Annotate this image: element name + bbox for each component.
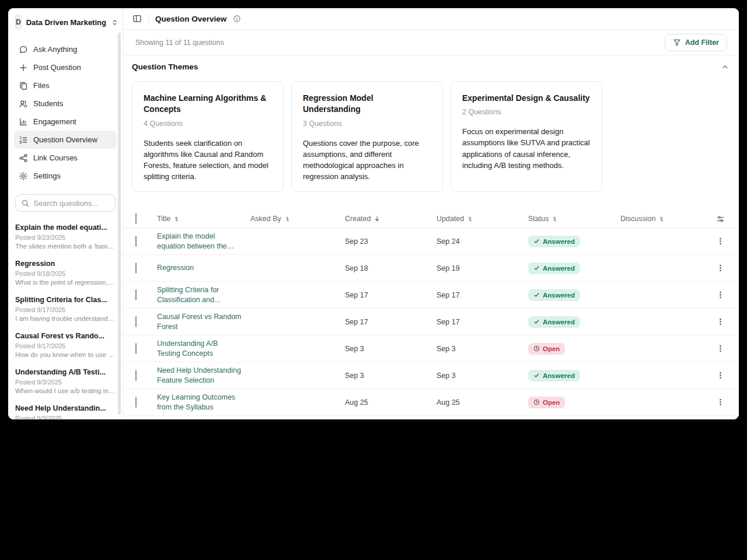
results-toolbar: Showing 11 of 11 questions Add Filter [123, 30, 739, 55]
nav-item-label: Settings [33, 172, 61, 180]
row-menu-button[interactable] [715, 264, 739, 273]
info-icon[interactable] [233, 15, 241, 23]
kebab-menu-icon [715, 237, 725, 246]
nav-item-label: Engagement [33, 117, 76, 126]
table-row: Splitting Criteria for Classification an… [123, 282, 739, 309]
nav-item-icon [19, 99, 28, 108]
row-checkbox[interactable] [135, 289, 137, 300]
row-title-link[interactable]: Understanding A/B Testing Concepts [157, 339, 250, 358]
question-title: Understanding A/B Testi... [15, 368, 106, 376]
column-header-updated[interactable]: Updated [437, 215, 528, 223]
sidebar-question-item[interactable]: Understanding A/B Testi... Posted 9/3/20… [15, 363, 116, 400]
row-title-link[interactable]: Key Learning Outcomes from the Syllabus [157, 393, 250, 412]
question-snippet: How do you know when to use cau... [15, 351, 116, 358]
sidebar-scrollbar[interactable] [118, 33, 121, 415]
theme-card-description: Focus on experimental design assumptions… [462, 126, 591, 170]
sidebar-nav-item[interactable]: Students [14, 94, 117, 113]
workspace-switcher[interactable]: D Data Driven Marketing [8, 8, 123, 35]
nav-item-icon [19, 117, 28, 127]
column-settings-button[interactable] [715, 214, 739, 223]
nav-item-icon [19, 153, 28, 163]
theme-cards: Machine Learning Algorithms & Concepts 4… [132, 81, 729, 192]
sidebar-question-item[interactable]: Need Help Understandin... Posted 9/3/202… [15, 400, 116, 419]
status-badge: Answered [528, 316, 580, 328]
status-badge: Answered [528, 236, 580, 247]
sidebar-question-item[interactable]: Splitting Criteria for Clas... Posted 9/… [15, 291, 116, 327]
question-snippet: I am having trouble understanding ... [15, 315, 116, 322]
row-checkbox[interactable] [135, 397, 137, 408]
created-date: Sep 17 [345, 318, 437, 326]
row-menu-button[interactable] [715, 344, 739, 354]
row-menu-button[interactable] [715, 290, 739, 300]
kebab-menu-icon [715, 398, 725, 407]
select-all-checkbox[interactable] [135, 213, 137, 224]
theme-card-count: 2 Questions [462, 108, 591, 116]
kebab-menu-icon [715, 290, 725, 300]
funnel-icon [673, 38, 681, 47]
sidebar-search [15, 194, 116, 212]
row-title-link[interactable]: Need Help Understanding Feature Selectio… [157, 366, 250, 385]
sidebar-nav-item[interactable]: Link Courses [14, 149, 117, 167]
section-title: Question Themes [132, 62, 198, 71]
column-header-title[interactable]: Title [157, 215, 250, 223]
row-checkbox[interactable] [135, 343, 137, 354]
row-menu-button[interactable] [715, 398, 739, 407]
row-checkbox[interactable] [135, 316, 137, 327]
sidebar-nav-item[interactable]: Ask Anything [14, 40, 117, 58]
status-icon [533, 265, 540, 271]
sidebar-nav-item[interactable]: Files [14, 76, 117, 94]
status-badge: Open [528, 397, 565, 408]
panel-toggle-icon[interactable] [132, 14, 142, 23]
sidebar-nav-item[interactable]: Settings [14, 167, 117, 185]
sort-icon [284, 216, 291, 222]
row-menu-button[interactable] [715, 371, 739, 380]
updated-date: Sep 17 [437, 291, 528, 299]
row-title-link[interactable]: Causal Forest vs Random Forest [157, 312, 250, 331]
column-header-created[interactable]: Created [345, 215, 437, 223]
row-checkbox[interactable] [135, 370, 137, 381]
sidebar-nav: Ask Anything Post Question Files Student… [8, 35, 123, 185]
sidebar-question-item[interactable]: Causal Forest vs Rando... Posted 9/17/20… [15, 327, 116, 363]
column-header-discussion[interactable]: Discussion [620, 215, 713, 223]
nav-item-label: Files [33, 81, 49, 90]
status-badge: Answered [528, 370, 580, 382]
created-date: Sep 3 [345, 372, 437, 380]
status-icon [533, 399, 540, 405]
question-posted-date: Posted 9/17/2025 [15, 306, 116, 313]
kebab-menu-icon [715, 344, 725, 354]
table-header-row: Title Asked By Created Updated Status Di… [123, 210, 739, 228]
theme-card: Regression Model Understanding 3 Questio… [291, 81, 443, 192]
page-header: Question Overview [123, 8, 739, 30]
nav-item-label: Students [33, 99, 63, 108]
chevron-updown-icon [111, 18, 118, 27]
add-filter-button[interactable]: Add Filter [665, 34, 727, 51]
search-icon [20, 198, 30, 208]
search-input[interactable] [15, 194, 116, 212]
questions-table: Title Asked By Created Updated Status Di… [123, 199, 739, 419]
column-header-status[interactable]: Status [528, 215, 620, 223]
collapse-chevron-up-icon[interactable] [720, 62, 729, 71]
row-menu-button[interactable] [715, 237, 739, 246]
updated-date: Sep 24 [437, 237, 528, 246]
sidebar-nav-item[interactable]: Post Question [14, 58, 117, 76]
question-posted-date: Posted 9/23/2025 [15, 234, 116, 241]
sidebar-nav-item[interactable]: 9 Question Overview [14, 131, 117, 149]
row-title-link[interactable]: Explain the model equation between the '… [157, 232, 250, 251]
column-header-asked-by[interactable]: Asked By [250, 215, 345, 223]
theme-card-count: 3 Questions [303, 120, 431, 128]
row-title-link[interactable]: Splitting Criteria for Classification an… [157, 285, 250, 304]
created-date: Aug 25 [345, 398, 437, 407]
sidebar-question-item[interactable]: Explain the model equati... Posted 9/23/… [15, 219, 116, 255]
nav-item-icon [19, 45, 28, 54]
created-date: Sep 17 [345, 291, 437, 299]
sidebar-nav-item[interactable]: Engagement [14, 113, 117, 131]
sidebar-question-item[interactable]: Regression Posted 9/18/2025 What is the … [15, 255, 116, 291]
row-menu-button[interactable] [715, 317, 739, 327]
sliders-icon [715, 214, 725, 223]
question-snippet: What is the point of regression, an... [15, 279, 116, 286]
sort-icon [173, 216, 180, 222]
row-checkbox[interactable] [135, 262, 137, 274]
row-title-link[interactable]: Regression [157, 263, 250, 273]
row-checkbox[interactable] [135, 236, 137, 247]
theme-card-description: Questions cover the purpose, core assump… [303, 138, 431, 182]
